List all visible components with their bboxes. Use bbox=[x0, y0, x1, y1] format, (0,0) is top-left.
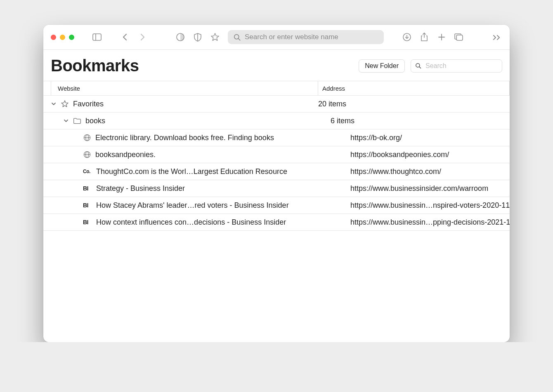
traffic-lights bbox=[51, 35, 74, 40]
svg-marker-4 bbox=[211, 33, 219, 40]
svg-rect-12 bbox=[456, 35, 463, 40]
folder-label: books bbox=[85, 117, 105, 125]
tracking-icon[interactable] bbox=[175, 32, 186, 42]
svg-point-5 bbox=[234, 34, 239, 39]
page-title: Bookmarks bbox=[51, 56, 353, 75]
downloads-button[interactable] bbox=[402, 32, 412, 42]
zoom-window-button[interactable] bbox=[69, 35, 74, 40]
close-window-button[interactable] bbox=[51, 35, 56, 40]
favorite-star-icon[interactable] bbox=[210, 32, 220, 42]
column-website[interactable]: Website bbox=[51, 81, 318, 95]
column-website-label: Website bbox=[58, 85, 80, 92]
bookmarks-search[interactable] bbox=[411, 59, 502, 73]
site-controls bbox=[175, 32, 220, 42]
column-address-label: Address bbox=[322, 85, 345, 92]
bookmark-address: https://www.businessin…nspired-voters-20… bbox=[350, 201, 510, 210]
bookmark-title: booksandpeonies. bbox=[95, 150, 156, 159]
folder-favorites[interactable]: Favorites 20 items bbox=[43, 96, 510, 113]
bookmark-row[interactable]: BI How context influences con…decisions … bbox=[43, 214, 510, 231]
back-button[interactable] bbox=[120, 32, 130, 42]
page-header: Bookmarks New Folder bbox=[43, 50, 510, 81]
thoughtco-favicon: Co. bbox=[83, 167, 92, 176]
minimize-window-button[interactable] bbox=[60, 35, 65, 40]
new-tab-button[interactable] bbox=[436, 32, 447, 42]
bookmark-row[interactable]: Co. ThoughtCo.com is the Worl…Largest Ed… bbox=[43, 163, 510, 180]
tab-overview-button[interactable] bbox=[454, 32, 464, 42]
bookmark-row[interactable]: booksandpeonies. https://booksandpeonies… bbox=[43, 146, 510, 163]
shield-icon[interactable] bbox=[192, 32, 203, 42]
bookmark-address: https://www.thoughtco.com/ bbox=[350, 167, 441, 176]
bookmark-address: https://www.businessinsider.com/warroom bbox=[350, 184, 488, 193]
folder-label: Favorites bbox=[73, 100, 104, 108]
bookmarks-tree: Favorites 20 items books 6 items bbox=[43, 96, 510, 231]
svg-rect-0 bbox=[93, 34, 101, 40]
svg-line-6 bbox=[239, 38, 240, 40]
titlebar: Search or enter website name bbox=[43, 25, 510, 50]
sidebar-toggle-button[interactable] bbox=[92, 32, 102, 42]
folder-count: 6 items bbox=[331, 117, 354, 125]
nav-group bbox=[120, 32, 148, 42]
column-address[interactable]: Address bbox=[318, 81, 510, 95]
globe-icon bbox=[83, 150, 91, 159]
folder-books[interactable]: books 6 items bbox=[43, 113, 510, 129]
bookmark-address: https://b-ok.org/ bbox=[350, 134, 402, 142]
new-folder-button[interactable]: New Folder bbox=[359, 59, 405, 73]
url-bar[interactable]: Search or enter website name bbox=[228, 30, 384, 44]
right-controls bbox=[402, 32, 464, 42]
svg-line-14 bbox=[419, 67, 421, 68]
bookmark-title: How Stacey Abrams' leader…red voters - B… bbox=[96, 201, 289, 210]
svg-marker-15 bbox=[61, 101, 68, 107]
globe-icon bbox=[83, 134, 91, 142]
new-folder-label: New Folder bbox=[365, 62, 399, 70]
bookmark-title: Electronic library. Download books free.… bbox=[95, 134, 274, 142]
bookmark-title: How context influences con…decisions - B… bbox=[96, 218, 286, 227]
chevron-down-icon[interactable] bbox=[51, 101, 57, 107]
bookmark-address: https://booksandpeonies.com/ bbox=[350, 150, 449, 159]
bookmark-title: Strategy - Business Insider bbox=[96, 184, 185, 193]
bookmark-address: https://www.businessin…pping-decisions-2… bbox=[350, 218, 510, 227]
bookmark-row[interactable]: BI Strategy - Business Insider https://w… bbox=[43, 180, 510, 197]
bookmark-title: ThoughtCo.com is the Worl…Largest Educat… bbox=[96, 167, 287, 176]
bookmark-row[interactable]: Electronic library. Download books free.… bbox=[43, 129, 510, 146]
business-insider-favicon: BI bbox=[83, 184, 92, 192]
search-icon bbox=[415, 63, 421, 69]
bookmarks-search-input[interactable] bbox=[425, 62, 498, 70]
chevron-down-icon[interactable] bbox=[63, 118, 69, 124]
forward-button[interactable] bbox=[137, 32, 148, 42]
folder-count: 20 items bbox=[318, 100, 346, 108]
business-insider-favicon: BI bbox=[83, 218, 92, 226]
safari-window: Search or enter website name Bookmarks bbox=[43, 25, 510, 342]
column-headers: Website Address bbox=[43, 81, 510, 96]
search-icon bbox=[234, 34, 241, 41]
business-insider-favicon: BI bbox=[83, 201, 92, 209]
folder-icon bbox=[73, 117, 81, 125]
bookmark-row[interactable]: BI How Stacey Abrams' leader…red voters … bbox=[43, 197, 510, 214]
url-bar-placeholder: Search or enter website name bbox=[245, 33, 338, 41]
share-button[interactable] bbox=[419, 32, 430, 42]
star-icon bbox=[61, 100, 69, 108]
overflow-button[interactable] bbox=[492, 32, 502, 42]
svg-point-13 bbox=[416, 63, 420, 67]
